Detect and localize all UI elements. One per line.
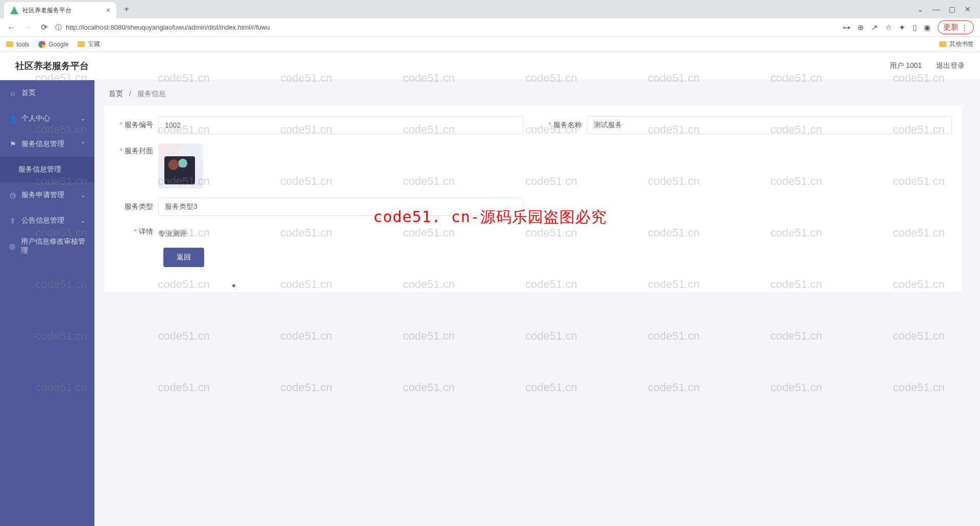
sidebar-item-label: 用户信息修改审核管理 <box>21 237 85 255</box>
sidebar-item-audit-mgmt[interactable]: ◎ 用户信息修改审核管理 <box>0 233 94 259</box>
chevron-down-icon[interactable]: ⌄ <box>917 5 923 13</box>
label-service-name: 服务名称 <box>544 121 587 130</box>
site-info-icon[interactable]: ⓘ <box>55 23 62 32</box>
reload-icon[interactable]: ⟳ <box>39 22 49 32</box>
key-icon[interactable]: ⊶ <box>843 23 850 32</box>
sidebar-item-label: 服务信息管理 <box>21 139 64 149</box>
app-title: 社区养老服务平台 <box>15 60 89 72</box>
breadcrumb: 首页 / 服务信息 <box>94 80 980 106</box>
browser-tab-strip: 社区养老服务平台 × + ⌄ — ▢ ✕ <box>0 0 980 18</box>
maximize-icon[interactable]: ▢ <box>949 5 955 13</box>
user-label[interactable]: 用户 1001 <box>890 61 922 70</box>
close-icon[interactable]: × <box>106 6 110 14</box>
sidebar-item-notice-mgmt[interactable]: ⇪ 公告信息管理 ⌄ <box>0 208 94 233</box>
label-type: 服务类型 <box>115 202 158 211</box>
update-button[interactable]: 更新 ⋮ <box>938 20 974 34</box>
back-button[interactable]: 返回 <box>163 248 204 267</box>
url-text: http://localhost:8080/sheuquyanglaofuwu/… <box>66 23 270 31</box>
clock-icon: ◷ <box>9 192 16 199</box>
new-tab-button[interactable]: + <box>119 2 134 16</box>
user-icon: 👤 <box>9 115 16 122</box>
folder-icon <box>78 41 85 47</box>
breadcrumb-home[interactable]: 首页 <box>109 89 123 98</box>
label-service-id: 服务编号 <box>115 121 158 130</box>
app-header: 社区养老服务平台 用户 1001 退出登录 <box>0 52 980 80</box>
share-icon[interactable]: ↗ <box>871 23 878 32</box>
sidebar-item-label: 首页 <box>21 88 36 98</box>
browser-right-icons: ⊶ ⊕ ↗ ☆ ✦ ▯ ◉ 更新 ⋮ <box>843 20 974 34</box>
label-cover: 服务封面 <box>115 144 158 156</box>
sidebar-item-service-mgmt[interactable]: ⚑ 服务信息管理 ⌃ <box>0 131 94 157</box>
browser-nav-bar: ← → ⟳ ⓘ http://localhost:8080/sheuquyang… <box>0 18 980 37</box>
sidebar-item-label: 公告信息管理 <box>21 216 64 225</box>
tab-title: 社区养老服务平台 <box>22 6 102 15</box>
sidebar-item-label: 服务申请管理 <box>21 190 64 200</box>
service-name-input[interactable] <box>587 116 952 134</box>
breadcrumb-separator: / <box>129 89 131 98</box>
close-window-icon[interactable]: ✕ <box>965 5 971 13</box>
minimize-icon[interactable]: — <box>933 5 940 13</box>
chevron-down-icon: ⌄ <box>81 192 85 199</box>
target-icon: ◎ <box>9 243 16 250</box>
detail-value: 专业测评 <box>158 225 952 238</box>
folder-icon <box>939 41 946 47</box>
url-bar[interactable]: ⓘ http://localhost:8080/sheuquyanglaofuw… <box>55 23 837 32</box>
content-area: 首页 / 服务信息 服务编号 服务名称 服务封面 <box>94 80 980 526</box>
flag-icon: ⚑ <box>9 140 16 148</box>
folder-icon <box>6 41 13 47</box>
label-detail: 详情 <box>115 227 158 236</box>
profile-icon[interactable]: ◉ <box>924 23 930 32</box>
sidebar-item-service-sub[interactable]: 服务信息管理 <box>0 157 94 182</box>
sidebar-item-label: 个人中心 <box>21 114 50 123</box>
star-icon[interactable]: ☆ <box>885 23 892 32</box>
sidebar-item-apply-mgmt[interactable]: ◷ 服务申请管理 ⌄ <box>0 182 94 208</box>
bookmark-bar: tools Google 宝藏 其他书签 <box>0 37 980 52</box>
logout-button[interactable]: 退出登录 <box>936 61 965 70</box>
sidebar: ⌂ 首页 👤 个人中心 ⌄ ⚑ 服务信息管理 ⌃ 服务信息管理 ◷ 服务申请管理… <box>0 80 94 526</box>
chevron-down-icon: ⌄ <box>81 218 85 224</box>
upload-icon: ⇪ <box>9 217 16 224</box>
bookmark-other[interactable]: 其他书签 <box>939 40 974 49</box>
browser-tab[interactable]: 社区养老服务平台 × <box>4 2 116 18</box>
bookmark-tools[interactable]: tools <box>6 41 29 48</box>
cover-image[interactable] <box>158 144 203 188</box>
service-type-input[interactable] <box>158 198 523 216</box>
back-icon[interactable]: ← <box>6 23 16 32</box>
zoom-icon[interactable]: ⊕ <box>857 23 864 32</box>
chevron-down-icon: ⌄ <box>81 115 85 122</box>
window-controls: ⌄ — ▢ ✕ <box>917 5 976 13</box>
vue-icon <box>10 6 18 14</box>
sidepanel-icon[interactable]: ▯ <box>913 23 917 32</box>
forward-icon[interactable]: → <box>22 23 33 32</box>
app-body: ⌂ 首页 👤 个人中心 ⌄ ⚑ 服务信息管理 ⌃ 服务信息管理 ◷ 服务申请管理… <box>0 80 980 526</box>
bookmark-baozang[interactable]: 宝藏 <box>78 40 100 49</box>
google-icon <box>38 41 45 48</box>
sidebar-item-label: 服务信息管理 <box>18 165 61 174</box>
service-id-input[interactable] <box>158 116 523 134</box>
home-icon: ⌂ <box>9 89 16 97</box>
sidebar-item-home[interactable]: ⌂ 首页 <box>0 80 94 106</box>
extensions-icon[interactable]: ✦ <box>899 23 905 32</box>
sidebar-item-personal[interactable]: 👤 个人中心 ⌄ <box>0 106 94 131</box>
form-panel: 服务编号 服务名称 服务封面 服务类型 <box>105 106 962 292</box>
chevron-up-icon: ⌃ <box>81 141 85 148</box>
breadcrumb-current: 服务信息 <box>137 89 166 98</box>
bookmark-google[interactable]: Google <box>38 41 68 48</box>
